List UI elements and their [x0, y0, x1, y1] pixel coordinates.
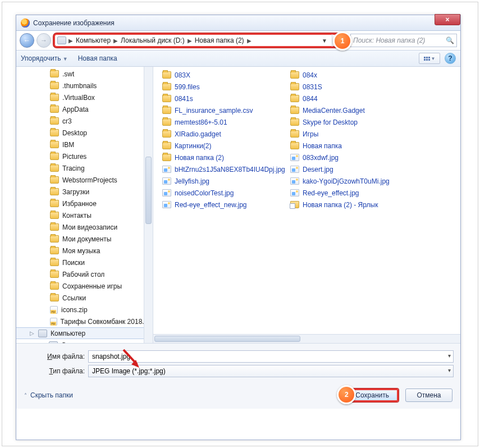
expand-icon[interactable]: ▷: [29, 330, 35, 336]
chevron-down-icon: ▼: [63, 56, 68, 62]
tree-item[interactable]: .VirtualBox: [16, 92, 153, 103]
tree-item[interactable]: Тарифы Совкомбанк 2018.zip: [16, 316, 153, 327]
breadcrumb-seg-0[interactable]: Компьютер: [74, 36, 112, 44]
files-scrollbar[interactable]: [153, 334, 460, 343]
file-item[interactable]: noisedColorTest.jpg: [162, 187, 290, 199]
chevron-down-icon[interactable]: ▼: [319, 38, 330, 44]
file-list[interactable]: 083X599.files0841sFL_insurance_sample.cs…: [153, 67, 460, 343]
file-item[interactable]: XIRadio.gadget: [162, 128, 290, 140]
tree-item[interactable]: Сохраненные игры: [16, 280, 153, 292]
expand-icon[interactable]: ▷: [40, 342, 45, 343]
chevron-down-icon[interactable]: ▾: [448, 353, 451, 359]
organize-menu[interactable]: Упорядочить ▼: [21, 54, 68, 62]
tree-item[interactable]: Desktop: [16, 127, 153, 139]
filename-label: Имя файла:: [23, 353, 85, 360]
file-item[interactable]: 084x: [290, 69, 418, 81]
tree-item[interactable]: WebstormProjects: [16, 174, 153, 186]
filetype-select[interactable]: JPEG Image (*.jpg;*.jpg) ▾: [88, 365, 454, 377]
tree-item-label: Моя музыка: [62, 247, 100, 255]
tree-item[interactable]: Ссылки: [16, 292, 153, 304]
file-item[interactable]: Red-eye_effect_new.jpg: [162, 199, 290, 211]
folder-icon: [50, 212, 59, 219]
chevron-right-icon: ▶: [112, 38, 119, 44]
file-item[interactable]: Новая папка (2): [162, 152, 290, 163]
breadcrumb-seg-2[interactable]: Новая папка (2): [193, 36, 246, 44]
chevron-right-icon: ▶: [246, 38, 253, 44]
filename-input[interactable]: snapshot.jpg ▾: [88, 350, 454, 363]
file-item[interactable]: Картинки(2): [162, 140, 290, 152]
breadcrumb-seg-1[interactable]: Локальный диск (D:): [119, 36, 186, 44]
file-item[interactable]: memtest86+-5.01: [162, 116, 290, 128]
file-item[interactable]: FL_insurance_sample.csv: [162, 104, 290, 116]
file-item[interactable]: Skype for Desktop: [290, 116, 418, 128]
file-item[interactable]: MediaCenter.Gadget: [290, 104, 418, 116]
tree-item[interactable]: Моя музыка: [16, 245, 153, 257]
folder-icon: [50, 117, 59, 125]
folder-icon: [50, 106, 59, 113]
tree-item[interactable]: Загрузки: [16, 186, 153, 198]
folder-icon: [290, 71, 299, 79]
file-item[interactable]: kako-YgoiDjGzowhT0uMi.jpg: [290, 175, 418, 187]
tree-item[interactable]: AppData: [16, 103, 153, 115]
file-item[interactable]: Новая папка: [290, 140, 418, 152]
tree-root-item[interactable]: ▷Компьютер: [16, 327, 153, 339]
folder-icon: [162, 142, 171, 149]
tree-item[interactable]: .swt: [16, 68, 153, 80]
file-item[interactable]: 083X: [162, 69, 290, 81]
view-mode-button[interactable]: ▼: [419, 53, 440, 64]
file-item[interactable]: 0831S: [290, 81, 418, 93]
file-item[interactable]: 599.files: [162, 81, 290, 93]
file-item[interactable]: 0844: [290, 93, 418, 104]
dialog-footer: ˄ Скрыть папки 2 Сохранить Отмена: [16, 382, 460, 409]
tree-item[interactable]: icons.zip: [16, 304, 153, 316]
image-icon: [290, 177, 299, 185]
tree-item[interactable]: Избранное: [16, 198, 153, 209]
file-item[interactable]: Jellyfish.jpg: [162, 175, 290, 187]
file-item[interactable]: 0841s: [162, 93, 290, 104]
folder-tree[interactable]: .swt.thumbnails.VirtualBoxAppDatacr3Desk…: [16, 67, 153, 343]
file-item[interactable]: Новая папка (2) - Ярлык: [290, 199, 418, 211]
tree-item[interactable]: .thumbnails: [16, 80, 153, 92]
arrow-right-icon: →: [40, 36, 47, 44]
tree-item[interactable]: Рабочий стол: [16, 268, 153, 280]
tree-item[interactable]: Мои документы: [16, 233, 153, 245]
folder-icon: [290, 142, 299, 149]
chevron-down-icon[interactable]: ▾: [448, 367, 451, 373]
tree-item[interactable]: Контакты: [16, 209, 153, 221]
tree-item[interactable]: Поиски: [16, 257, 153, 268]
tree-scrollbar[interactable]: [144, 67, 153, 343]
file-item[interactable]: Red-eye_effect.jpg: [290, 187, 418, 199]
hide-folders-toggle[interactable]: ˄ Скрыть папки: [24, 391, 73, 399]
address-bar[interactable]: ▶ Компьютер ▶ Локальный диск (D:) ▶ Нова…: [53, 33, 348, 48]
save-fields: Имя файла: snapshot.jpg ▾ Тип файла: JPE…: [16, 343, 460, 382]
file-item[interactable]: 083xdwf.jpg: [290, 152, 418, 163]
image-icon: [162, 201, 171, 208]
back-button[interactable]: ←: [20, 33, 34, 48]
folder-icon: [50, 282, 59, 290]
file-item-label: XIRadio.gadget: [175, 130, 221, 138]
tree-item[interactable]: Мои видеозаписи: [16, 221, 153, 233]
tree-item[interactable]: cr3: [16, 115, 153, 127]
forward-button[interactable]: →: [36, 33, 51, 48]
file-item[interactable]: Desert.jpg: [290, 163, 418, 175]
image-icon: [290, 166, 299, 173]
help-button[interactable]: ?: [445, 53, 456, 64]
new-folder-button[interactable]: Новая папка: [78, 54, 117, 62]
arrow-left-icon: ←: [24, 36, 30, 44]
search-input[interactable]: Поиск: Новая папка (2) 🔍: [350, 34, 457, 47]
file-item-label: Red-eye_effect_new.jpg: [175, 201, 247, 209]
scrollbar-thumb[interactable]: [145, 157, 152, 224]
tree-item[interactable]: Pictures: [16, 150, 153, 162]
tree-item-label: AppData: [62, 106, 89, 113]
file-item[interactable]: Игры: [290, 128, 418, 140]
cancel-button[interactable]: Отмена: [405, 388, 452, 402]
tree-item[interactable]: IBM: [16, 139, 153, 150]
tree-item[interactable]: Tracing: [16, 162, 153, 174]
file-item-label: memtest86+-5.01: [175, 118, 227, 126]
scrollbar-thumb[interactable]: [154, 336, 300, 342]
close-button[interactable]: ×: [435, 14, 460, 25]
tree-item-label: Загрузки: [62, 188, 89, 196]
grid-icon: [424, 57, 430, 61]
tree-root-item[interactable]: ▷Сеть: [16, 339, 153, 343]
file-item[interactable]: bHtZrnu2s1J5aN8EX8Tb4IU4Dpj.jpg: [162, 163, 290, 175]
